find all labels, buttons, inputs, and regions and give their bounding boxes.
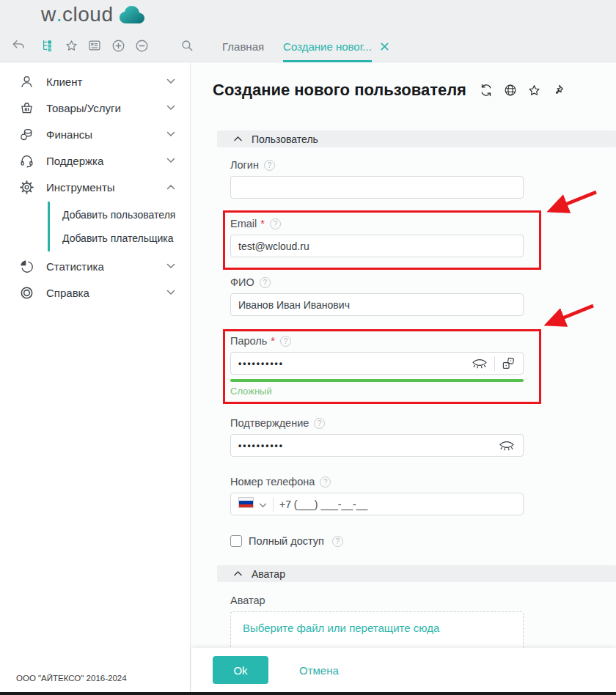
help-icon[interactable]: ? bbox=[270, 218, 281, 229]
gear-icon bbox=[18, 180, 34, 195]
divider bbox=[273, 497, 274, 512]
full-access-checkbox[interactable] bbox=[230, 535, 242, 547]
sidebar-item-statistics[interactable]: Статистика bbox=[0, 253, 190, 279]
sidebar: Клиент Товары/Услуги Финансы bbox=[0, 63, 191, 692]
page-title-actions bbox=[479, 83, 565, 98]
divider bbox=[494, 356, 495, 371]
sidebar-item-support[interactable]: Поддержка bbox=[0, 147, 190, 174]
submenu-item-add-user[interactable]: Добавить пользователя bbox=[50, 203, 190, 227]
help-icon[interactable]: ? bbox=[264, 160, 275, 171]
window-bottom-edge bbox=[0, 692, 616, 695]
minus-circle-icon[interactable] bbox=[130, 34, 153, 57]
confirm-label: Подтверждение bbox=[230, 417, 309, 429]
chevron-down-icon bbox=[166, 105, 175, 111]
card-icon[interactable] bbox=[83, 34, 106, 57]
avatar-label: Аватар bbox=[230, 595, 265, 606]
login-input[interactable] bbox=[238, 177, 516, 198]
star-icon[interactable] bbox=[527, 84, 541, 98]
submenu-item-label: Добавить плательщика bbox=[62, 232, 174, 244]
sidebar-item-products[interactable]: Товары/Услуги bbox=[0, 95, 190, 121]
section-avatar-title: Аватар bbox=[252, 568, 285, 580]
search-icon[interactable] bbox=[175, 34, 199, 57]
back-icon[interactable] bbox=[7, 34, 30, 57]
copyright-text: ООО "АЙТЕКСО" 2016-2024 bbox=[16, 674, 127, 683]
chevron-down-icon bbox=[166, 158, 175, 163]
sidebar-item-tools[interactable]: Инструменты bbox=[0, 174, 190, 200]
sidebar-item-label: Товары/Услуги bbox=[46, 102, 121, 114]
password-strength-label: Сложный bbox=[230, 386, 616, 397]
chevron-down-icon bbox=[166, 263, 175, 269]
avatar-dropzone-text: Выберите файл или перетащите сюда bbox=[243, 622, 439, 634]
tree-icon[interactable] bbox=[36, 34, 59, 57]
logo-text-w: w bbox=[41, 3, 56, 26]
email-input-wrap bbox=[230, 235, 524, 257]
close-tab-icon[interactable] bbox=[380, 42, 389, 51]
eye-closed-icon[interactable] bbox=[498, 439, 516, 452]
password-masked-value: •••••••••• bbox=[238, 358, 471, 369]
app-window: w.cloud bbox=[0, 0, 616, 695]
eye-closed-icon[interactable] bbox=[471, 357, 488, 370]
basket-icon bbox=[18, 100, 34, 116]
chevron-down-icon bbox=[166, 78, 175, 84]
pie-chart-icon bbox=[18, 259, 34, 274]
chevron-up-icon bbox=[234, 136, 242, 141]
help-icon[interactable]: ? bbox=[280, 336, 291, 347]
page-title: Создание нового пользователя bbox=[213, 81, 466, 100]
sidebar-menu: Клиент Товары/Услуги Финансы bbox=[0, 63, 190, 306]
pin-icon[interactable] bbox=[551, 84, 565, 98]
sidebar-item-label: Клиент bbox=[46, 76, 82, 88]
confirm-input[interactable]: •••••••••• bbox=[230, 434, 524, 457]
sidebar-item-label: Справка bbox=[46, 287, 89, 299]
help-icon[interactable]: ? bbox=[260, 277, 271, 288]
logo-text-cloud: cloud bbox=[62, 3, 113, 26]
help-icon[interactable]: ? bbox=[314, 418, 325, 429]
section-user-title: Пользователь bbox=[252, 133, 318, 145]
help-icon[interactable]: ? bbox=[332, 536, 343, 547]
ok-button[interactable]: Ok bbox=[213, 656, 268, 684]
toolbar bbox=[7, 34, 199, 57]
sidebar-item-client[interactable]: Клиент bbox=[0, 68, 190, 95]
fio-label: ФИО bbox=[230, 276, 254, 288]
sidebar-item-finance[interactable]: Финансы bbox=[0, 121, 190, 147]
chevron-up-icon bbox=[234, 571, 242, 576]
sidebar-item-label: Финансы bbox=[46, 128, 92, 141]
chevron-down-icon bbox=[166, 290, 175, 295]
tools-submenu: Добавить пользователя Добавить плательщи… bbox=[48, 202, 190, 251]
sidebar-item-help[interactable]: Справка bbox=[0, 279, 190, 306]
email-input[interactable] bbox=[238, 235, 516, 257]
sidebar-item-label: Инструменты bbox=[46, 181, 115, 194]
chevron-down-icon bbox=[166, 131, 175, 137]
cloud-logo-icon bbox=[117, 2, 147, 26]
logo[interactable]: w.cloud bbox=[41, 2, 147, 26]
password-label: Пароль bbox=[230, 335, 267, 347]
globe-icon[interactable] bbox=[503, 83, 518, 98]
section-user[interactable]: Пользователь bbox=[217, 130, 616, 147]
coins-icon bbox=[18, 127, 34, 142]
fio-input-wrap bbox=[230, 293, 524, 316]
star-icon[interactable] bbox=[59, 34, 83, 57]
password-strength-bar bbox=[230, 379, 524, 382]
help-ring-icon bbox=[18, 285, 34, 301]
tab-create-user[interactable]: Создание новог... bbox=[274, 31, 399, 62]
full-access-row: Полный доступ ? bbox=[230, 535, 616, 547]
plus-circle-icon[interactable] bbox=[106, 34, 130, 57]
login-label: Логин bbox=[230, 159, 259, 171]
country-select[interactable] bbox=[238, 497, 267, 511]
submenu-item-add-payer[interactable]: Добавить плательщика bbox=[50, 227, 190, 250]
tab-home[interactable]: Главная bbox=[213, 31, 274, 62]
phone-label: Номер телефона bbox=[230, 476, 315, 488]
tab-bar: Главная Создание новог... bbox=[213, 31, 399, 62]
cancel-button[interactable]: Отмена bbox=[299, 664, 339, 677]
fio-input[interactable] bbox=[238, 294, 516, 315]
tab-create-user-label: Создание новог... bbox=[283, 40, 372, 53]
generate-password-icon[interactable] bbox=[501, 356, 516, 371]
password-input[interactable]: •••••••••• bbox=[230, 352, 524, 375]
help-icon[interactable]: ? bbox=[320, 477, 331, 488]
full-access-label: Полный доступ bbox=[249, 535, 324, 547]
refresh-icon[interactable] bbox=[479, 83, 494, 98]
required-mark: * bbox=[271, 335, 275, 347]
logo-dot: . bbox=[56, 3, 62, 26]
phone-input[interactable]: +7 (___) ___-__-__ bbox=[230, 493, 524, 515]
phone-mask-value: +7 (___) ___-__-__ bbox=[279, 499, 367, 510]
section-avatar[interactable]: Аватар bbox=[217, 565, 616, 582]
